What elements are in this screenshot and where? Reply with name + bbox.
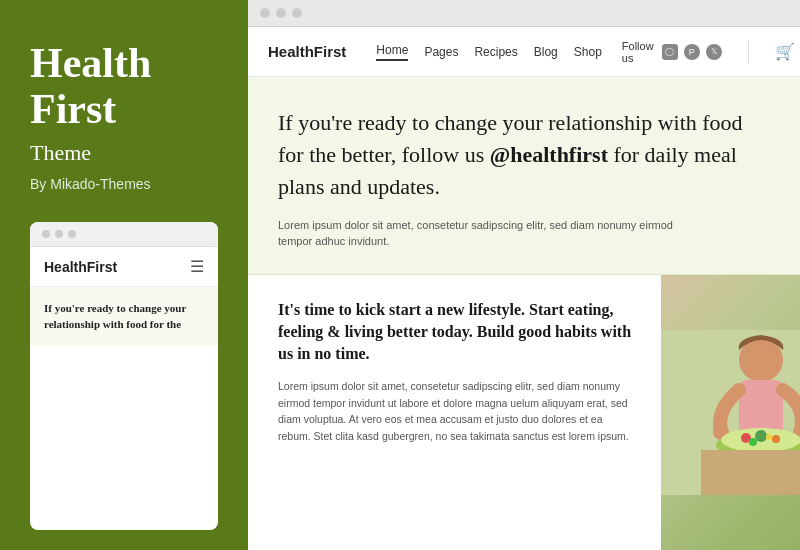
- lower-image: [661, 275, 800, 550]
- mini-dot-2: [55, 230, 63, 238]
- chrome-dot-2: [276, 8, 286, 18]
- site-content: If you're ready to change your relations…: [248, 77, 800, 550]
- svg-point-10: [755, 430, 767, 442]
- cart-icon-wrap: 🛒: [775, 42, 795, 61]
- site-logo: HealthFirst: [268, 43, 346, 60]
- mini-hamburger-icon: ☰: [190, 257, 204, 276]
- mini-dot-1: [42, 230, 50, 238]
- social-icons: ◯ P 𝕏: [662, 44, 722, 60]
- hero-subtext: Lorem ipsum dolor sit amet, consetetur s…: [278, 217, 698, 250]
- nav-link-shop[interactable]: Shop: [574, 45, 602, 59]
- sidebar-author: By Mikado-Themes: [30, 176, 218, 192]
- sidebar-title: Health First: [30, 40, 218, 132]
- mini-headline: If you're ready to change your relations…: [44, 301, 204, 332]
- lower-image-inner: [661, 275, 800, 550]
- twitter-icon[interactable]: 𝕏: [706, 44, 722, 60]
- follow-us-label: Follow us: [622, 40, 654, 64]
- lower-section: It's time to kick start a new lifestyle.…: [248, 275, 800, 550]
- browser-chrome: [248, 0, 800, 27]
- chrome-dot-3: [292, 8, 302, 18]
- lower-text-block: It's time to kick start a new lifestyle.…: [248, 275, 661, 550]
- mini-browser-bar: [30, 222, 218, 247]
- navbar-divider: [748, 40, 749, 64]
- nav-link-pages[interactable]: Pages: [424, 45, 458, 59]
- mini-browser-header: HealthFirst ☰: [30, 247, 218, 287]
- nav-link-blog[interactable]: Blog: [534, 45, 558, 59]
- nav-link-home[interactable]: Home: [376, 43, 408, 61]
- nav-links: Home Pages Recipes Blog Shop: [376, 43, 601, 61]
- sidebar: Health First Theme By Mikado-Themes Heal…: [0, 0, 248, 550]
- hero-section: If you're ready to change your relations…: [248, 77, 800, 275]
- svg-rect-14: [701, 450, 800, 495]
- lower-body-text: Lorem ipsum dolor sit amet, consetetur s…: [278, 378, 637, 445]
- hero-handle: @healthfirst: [490, 142, 608, 167]
- hero-headline: If you're ready to change your relations…: [278, 107, 758, 203]
- follow-us-section: Follow us ◯ P 𝕏: [622, 40, 722, 64]
- svg-point-11: [772, 435, 780, 443]
- pinterest-icon[interactable]: P: [684, 44, 700, 60]
- mini-dot-3: [68, 230, 76, 238]
- instagram-icon[interactable]: ◯: [662, 44, 678, 60]
- site-navbar: HealthFirst Home Pages Recipes Blog Shop…: [248, 27, 800, 77]
- mini-site-logo: HealthFirst: [44, 259, 117, 275]
- scene-illustration: [661, 330, 800, 495]
- cart-icon[interactable]: 🛒: [775, 43, 795, 60]
- mini-browser-content: If you're ready to change your relations…: [30, 287, 218, 346]
- svg-point-12: [749, 438, 757, 446]
- mini-browser-mockup: HealthFirst ☰ If you're ready to change …: [30, 222, 218, 530]
- svg-point-13: [766, 434, 772, 440]
- nav-link-recipes[interactable]: Recipes: [474, 45, 517, 59]
- sidebar-subtitle: Theme: [30, 140, 218, 166]
- chrome-dot-1: [260, 8, 270, 18]
- lower-headline: It's time to kick start a new lifestyle.…: [278, 299, 637, 366]
- main-browser-area: HealthFirst Home Pages Recipes Blog Shop…: [248, 0, 800, 550]
